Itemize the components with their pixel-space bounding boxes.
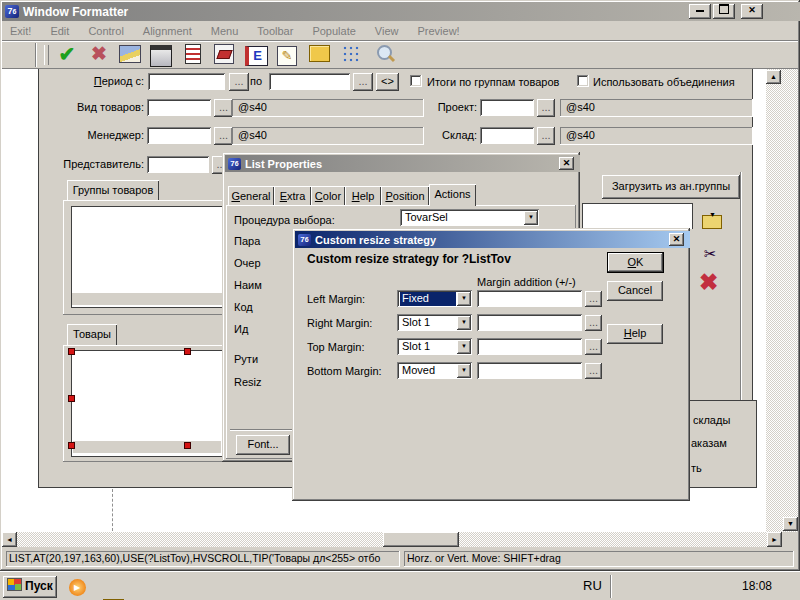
erase-icon[interactable] <box>211 44 237 68</box>
chevron-down-icon: ▼ <box>461 295 467 301</box>
start-button[interactable]: Пуск <box>3 576 57 598</box>
tab-actions-active[interactable]: Actions <box>429 184 476 206</box>
period-from-browse-button[interactable]: ... <box>229 73 249 91</box>
media-player-icon[interactable]: ▶ <box>66 575 88 597</box>
period-range-button[interactable]: <> <box>376 73 399 91</box>
tab-goods[interactable]: Товары <box>67 324 117 345</box>
vertical-scrollbar[interactable] <box>766 69 798 532</box>
scroll-up-button[interactable]: ▲ <box>766 70 781 84</box>
combo-dropdown-button[interactable]: ▼ <box>457 340 471 354</box>
warehouse-browse-button[interactable]: ... <box>537 127 555 145</box>
list-properties-titlebar[interactable]: 76 List Properties <box>225 155 580 172</box>
period-to-browse-button[interactable]: ... <box>353 73 373 91</box>
bottom-margin-combo[interactable]: Moved ▼ <box>397 362 473 380</box>
fields-icon[interactable]: E <box>243 44 269 68</box>
top-margin-addition-input[interactable] <box>477 338 583 356</box>
totals-checkbox[interactable] <box>410 75 422 87</box>
horizontal-scroll-thumb[interactable] <box>383 532 459 547</box>
cancel-button[interactable]: Cancel <box>607 281 663 301</box>
left-margin-browse-button[interactable]: ... <box>585 291 602 307</box>
menu-toolbar[interactable]: Toolbar <box>257 25 293 37</box>
bottom-margin-browse-button[interactable]: ... <box>585 363 602 379</box>
clock[interactable]: 18:08 <box>742 579 772 593</box>
selection-handle-bottom-left[interactable] <box>68 442 75 449</box>
top-margin-combo[interactable]: Slot 1 ▼ <box>397 338 473 356</box>
tab-general[interactable]: General <box>228 186 274 206</box>
tab-goods-groups[interactable]: Группы товаров <box>67 180 159 201</box>
selection-handle-mid-left[interactable] <box>68 395 75 402</box>
manager-browse-button[interactable]: ... <box>214 127 233 145</box>
image-icon[interactable] <box>117 45 143 69</box>
app-titlebar[interactable]: 76 Window Formatter <box>2 2 800 21</box>
scroll-right-button[interactable]: ► <box>767 532 782 547</box>
unions-checkbox-label[interactable]: Использовать объединения <box>593 76 735 89</box>
tab-extra[interactable]: Extra <box>274 186 311 206</box>
menu-edit[interactable]: Edit <box>50 25 69 37</box>
close-button[interactable]: ✕ <box>741 4 763 19</box>
right-margin-addition-input[interactable] <box>477 314 583 332</box>
manager-input[interactable] <box>147 127 212 145</box>
bottom-margin-addition-input[interactable] <box>477 362 583 380</box>
right-listbox-top[interactable] <box>582 203 693 229</box>
project-browse-button[interactable]: ... <box>537 99 555 117</box>
help-button[interactable]: Help <box>607 324 663 344</box>
clapperboard-icon[interactable] <box>148 45 174 69</box>
goods-type-browse-button[interactable]: ... <box>214 99 233 117</box>
resize-dialog-titlebar[interactable]: 76 Custom resize strategy <box>295 231 690 248</box>
maximize-button[interactable] <box>713 4 735 19</box>
menu-alignment[interactable]: Alignment <box>143 25 192 37</box>
confirm-check-icon[interactable]: ✔ <box>54 42 80 66</box>
left-margin-addition-input[interactable] <box>477 290 583 308</box>
cut-scissors-icon[interactable]: ✂ <box>704 245 717 263</box>
report-icon[interactable] <box>180 44 206 68</box>
menu-menu[interactable]: Menu <box>211 25 239 37</box>
totals-checkbox-label[interactable]: Итоги по группам товаров <box>427 76 559 89</box>
select-procedure-combo[interactable]: TovarSel ▼ <box>400 209 540 227</box>
scroll-down-button[interactable]: ▼ <box>783 517 798 531</box>
grid-icon[interactable] <box>338 45 364 69</box>
toolbar-drag-handle[interactable] <box>44 45 49 65</box>
zoom-icon[interactable] <box>371 44 397 68</box>
resize-dialog-close-button[interactable]: ✕ <box>669 233 684 246</box>
right-margin-combo[interactable]: Slot 1 ▼ <box>397 314 473 332</box>
selection-handle-bottom-right[interactable] <box>184 442 191 449</box>
tab-color[interactable]: Color <box>311 186 345 206</box>
menu-preview[interactable]: Preview! <box>417 25 459 37</box>
list-properties-close-button[interactable]: ✕ <box>559 157 574 170</box>
representative-input[interactable] <box>147 156 210 174</box>
left-margin-combo[interactable]: Fixed ▼ <box>397 290 473 308</box>
combo-dropdown-button[interactable]: ▼ <box>524 211 538 225</box>
right-margin-browse-button[interactable]: ... <box>585 315 602 331</box>
folder-icon[interactable] <box>306 45 332 69</box>
minimize-button[interactable] <box>689 4 711 19</box>
import-icon[interactable]: ▼ <box>702 211 724 229</box>
period-from-input[interactable] <box>148 73 226 91</box>
menu-control[interactable]: Control <box>88 25 123 37</box>
goods-groups-listbox-scrollbar[interactable] <box>72 293 222 305</box>
combo-dropdown-button[interactable]: ▼ <box>457 292 471 306</box>
edit-pencil-icon[interactable]: ✎ <box>274 44 300 68</box>
warehouse-input[interactable] <box>480 127 535 145</box>
combo-dropdown-button[interactable]: ▼ <box>457 316 471 330</box>
period-to-input[interactable] <box>269 73 351 91</box>
delete-x-icon[interactable]: ✖ <box>86 42 112 66</box>
delete-red-x-icon[interactable]: ✖ <box>699 269 718 296</box>
load-from-group-button[interactable]: Загрузить из ан.группы <box>602 175 740 199</box>
menu-exit[interactable]: Exit! <box>10 25 31 37</box>
font-button[interactable]: Font... <box>236 435 290 455</box>
menu-populate[interactable]: Populate <box>312 25 355 37</box>
scroll-left-button[interactable]: ◄ <box>2 532 17 547</box>
tab-position[interactable]: Position <box>381 186 429 206</box>
project-input[interactable] <box>480 99 535 117</box>
unions-checkbox[interactable] <box>577 75 589 87</box>
language-indicator[interactable]: RU <box>583 578 602 593</box>
combo-dropdown-button[interactable]: ▼ <box>457 364 471 378</box>
ok-button[interactable]: OK <box>607 252 664 273</box>
selection-handle-top-left[interactable] <box>68 348 75 355</box>
top-margin-browse-button[interactable]: ... <box>585 339 602 355</box>
goods-type-input[interactable] <box>147 99 212 117</box>
goods-listbox-scrollbar[interactable] <box>73 441 221 453</box>
selection-handle-top-right[interactable] <box>184 348 191 355</box>
tab-help[interactable]: Help <box>345 186 381 206</box>
menu-view[interactable]: View <box>375 25 399 37</box>
